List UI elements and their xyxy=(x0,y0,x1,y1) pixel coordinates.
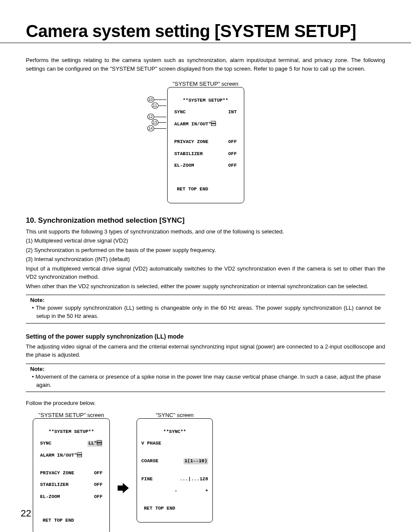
page-number: 22 xyxy=(21,508,31,519)
note-body: • The power supply synchronization (LL) … xyxy=(30,304,381,320)
sec10-p2: When other than the VD2 synchronization … xyxy=(26,282,385,291)
sec10-item-2: (2) Synchronization is performed on the … xyxy=(26,246,385,255)
title-part-a: Camera system setting xyxy=(26,22,215,40)
sub-ll-p: The adjusting video signal of the camera… xyxy=(26,342,385,359)
arrow-icon xyxy=(118,483,129,493)
callout-14: 14 xyxy=(147,125,154,131)
callout-13: 13 xyxy=(152,119,159,125)
osd3-caption: "SYNC" screen xyxy=(156,412,194,418)
subsection-ll-heading: Setting of the power supply synchronizat… xyxy=(26,333,385,340)
sec10-p1: Input of a multiplexed vertical drive si… xyxy=(26,264,385,281)
page-title: Camera system setting [SYSTEM SETUP] xyxy=(26,22,385,41)
note-label: Note: xyxy=(30,297,381,303)
sec10-lead: This unit supports the following 3 types… xyxy=(26,227,385,236)
note-box-1: Note: • The power supply synchronization… xyxy=(26,295,385,324)
title-part-b: [SYSTEM SETUP] xyxy=(215,22,356,40)
note-body-2: • Movement of the camera or presence of … xyxy=(30,373,381,389)
note-box-2: Note: • Movement of the camera or presen… xyxy=(26,364,385,392)
title-rule xyxy=(0,43,411,43)
section-10-heading: 10. Synchronization method selection [SY… xyxy=(26,216,385,225)
intro-paragraph: Performs the settings relating to the ca… xyxy=(26,56,385,73)
osd-screen-1: **SYSTEM SETUP** SYNCINT ALARM IN/OUT" … xyxy=(167,87,244,203)
screens-row: "SYSTEM SETUP" screen **SYSTEM SETUP** S… xyxy=(26,412,385,532)
callout-11: 11 xyxy=(152,103,159,109)
osd-system-setup-top: "SYSTEM SETUP" screen 10 11 12 13 14 **S… xyxy=(26,81,385,203)
sec10-item-3: (3) Internal synchronization (INT) (defa… xyxy=(26,255,385,264)
osd2-caption: "SYSTEM SETUP" screen xyxy=(38,412,104,418)
svg-marker-0 xyxy=(118,483,129,493)
callout-10: 10 xyxy=(147,96,154,103)
osd-caption: "SYSTEM SETUP" screen xyxy=(26,81,385,87)
osd-screen-3: **SYNC** V PHASE COARSE1(1--16) FINE...|… xyxy=(137,418,213,523)
note-label-2: Note: xyxy=(30,366,381,372)
follow-text: Follow the procedure below. xyxy=(26,399,385,408)
sec10-item-1: (1) Multiplexed vertical drive signal (V… xyxy=(26,236,385,245)
osd-screen-2: **SYSTEM SETUP** SYNCLL" ALARM IN/OUT"… xyxy=(33,418,110,532)
callout-12: 12 xyxy=(147,114,154,120)
